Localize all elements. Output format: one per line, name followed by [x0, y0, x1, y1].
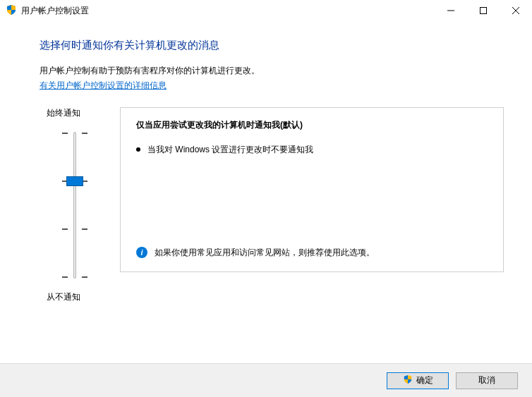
- body-zone: 始终通知 从不通知 仅当应用尝试更改我的计算机时通知我(默认) 当我对 Wind…: [40, 107, 504, 303]
- slider-thumb[interactable]: [66, 176, 83, 186]
- shield-icon: [403, 374, 413, 386]
- panel-footer: i 如果你使用常见应用和访问常见网站，则推荐使用此选项。: [136, 247, 488, 259]
- cancel-button-label: 取消: [478, 374, 495, 386]
- bullet-icon: [136, 147, 140, 152]
- title-bar: 用户帐户控制设置: [0, 0, 532, 22]
- panel-bullet-text: 当我对 Windows 设置进行更改时不要通知我: [147, 144, 313, 156]
- ok-button-label: 确定: [416, 374, 433, 386]
- svg-rect-0: [480, 8, 487, 14]
- slider-track: [73, 132, 76, 279]
- slider-top-label: 始终通知: [47, 107, 80, 119]
- ok-button[interactable]: 确定: [387, 372, 449, 389]
- panel-footer-text: 如果你使用常见应用和访问常见网站，则推荐使用此选项。: [155, 247, 375, 259]
- slider-bottom-label: 从不通知: [47, 291, 80, 303]
- page-heading: 选择何时通知你有关计算机更改的消息: [40, 39, 504, 52]
- description-panel: 仅当应用尝试更改我的计算机时通知我(默认) 当我对 Windows 设置进行更改…: [120, 107, 504, 272]
- learn-more-link[interactable]: 有关用户帐户控制设置的详细信息: [40, 80, 167, 90]
- slider-column: 始终通知 从不通知: [40, 107, 110, 303]
- button-bar: 确定 取消: [0, 363, 532, 397]
- maximize-button[interactable]: [467, 0, 500, 21]
- window-controls: [435, 0, 532, 21]
- panel-bullet: 当我对 Windows 设置进行更改时不要通知我: [136, 144, 488, 156]
- notification-slider[interactable]: [61, 132, 89, 279]
- minimize-button[interactable]: [435, 0, 467, 21]
- client-area: 选择何时通知你有关计算机更改的消息 用户帐户控制有助于预防有害程序对你的计算机进…: [0, 22, 532, 303]
- panel-title: 仅当应用尝试更改我的计算机时通知我(默认): [136, 119, 488, 131]
- close-button[interactable]: [500, 0, 532, 21]
- page-subtext: 用户帐户控制有助于预防有害程序对你的计算机进行更改。: [40, 65, 504, 77]
- title-bar-left: 用户帐户控制设置: [0, 4, 89, 18]
- info-icon: i: [136, 247, 147, 258]
- cancel-button[interactable]: 取消: [456, 372, 518, 389]
- shield-icon: [6, 4, 17, 18]
- window-title: 用户帐户控制设置: [21, 5, 89, 17]
